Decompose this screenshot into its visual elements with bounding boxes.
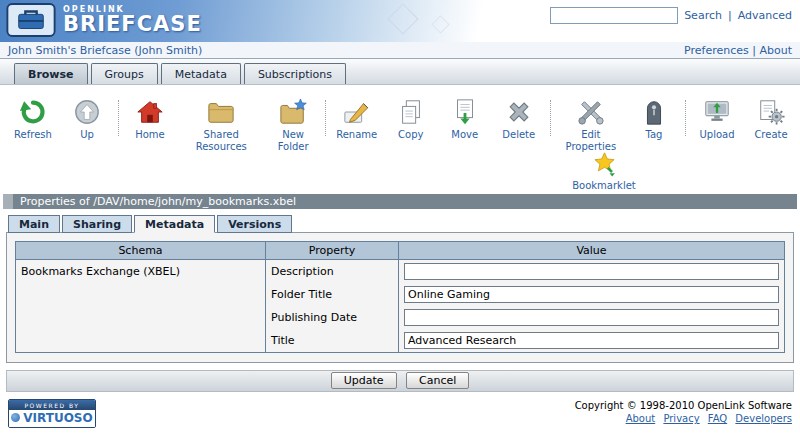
description-input[interactable] [404, 263, 779, 280]
upload-icon [690, 98, 744, 126]
user-bar: John Smith's Briefcase (John Smith) Pref… [0, 42, 800, 59]
metadata-panel: Schema Property Value Bookmarks Exchange… [6, 232, 794, 363]
tab-subscriptions[interactable]: Subscriptions [244, 63, 346, 84]
app-header: OPENLINK BRIEFCASE Search | Advanced [0, 0, 800, 42]
subtab-versions[interactable]: Versions [217, 215, 292, 233]
shared-resources-icon [177, 98, 265, 126]
hexagon-decoration [431, 15, 449, 33]
schema-cell [16, 283, 266, 306]
up-icon [60, 98, 114, 126]
form-actions-bar: Update Cancel [6, 370, 794, 392]
create-icon [744, 98, 798, 126]
advanced-search-link[interactable]: Advanced [738, 9, 792, 22]
refresh-icon [6, 98, 60, 126]
schema-cell: Bookmarks Exchange (XBEL) [16, 259, 266, 283]
column-header-schema: Schema [16, 241, 266, 259]
property-cell: Description [266, 259, 399, 283]
edit-properties-icon [555, 98, 627, 126]
schema-cell [16, 329, 266, 353]
toolbar-item-label: Move [438, 129, 492, 141]
delete-icon [492, 98, 546, 126]
search-link[interactable]: Search [684, 9, 722, 22]
table-row: Bookmarks Exchange (XBEL) Description [16, 259, 785, 283]
logo-text: OPENLINK BRIEFCASE [63, 5, 202, 35]
toolbar-item-up[interactable]: Up [60, 98, 114, 141]
table-row: Folder Title [16, 283, 785, 306]
tab-groups[interactable]: Groups [91, 63, 158, 84]
toolbar-item-rename[interactable]: Rename [330, 98, 384, 141]
openlink-logo[interactable]: OPENLINK BRIEFCASE [0, 0, 340, 37]
virtuoso-brand-text: VIRTUOSO [23, 411, 92, 425]
toolbar-item-edit-properties[interactable]: Edit Properties [555, 98, 627, 152]
rename-icon [330, 98, 384, 126]
briefcase-logo-icon [6, 3, 56, 37]
cancel-button[interactable]: Cancel [406, 372, 469, 389]
toolbar-item-label: Upload [690, 129, 744, 141]
briefcase-app: OPENLINK BRIEFCASE Search | Advanced Joh… [0, 0, 800, 428]
subtab-sharing[interactable]: Sharing [62, 215, 132, 233]
footer-link-privacy[interactable]: Privacy [663, 413, 699, 424]
table-header-row: Schema Property Value [16, 241, 785, 259]
footer-link-developers[interactable]: Developers [735, 413, 792, 424]
property-tabs: Main Sharing Metadata Versions [8, 215, 800, 233]
footer-link-faq[interactable]: FAQ [708, 413, 727, 424]
search-input[interactable] [550, 7, 678, 24]
toolbar-item-new-folder[interactable]: New Folder [265, 98, 320, 152]
tab-browse[interactable]: Browse [14, 63, 88, 84]
user-bar-links: Preferences | About [684, 44, 792, 57]
about-link[interactable]: About [759, 44, 792, 57]
property-cell: Title [266, 329, 399, 353]
table-row: Title [16, 329, 785, 353]
hexagon-decoration [387, 3, 418, 34]
tab-metadata[interactable]: Metadata [161, 63, 241, 84]
user-breadcrumb-link[interactable]: John Smith's Briefcase (John Smith) [8, 44, 202, 57]
toolbar-item-label: Edit Properties [555, 129, 627, 152]
link-divider: | [752, 44, 756, 57]
toolbar-item-label: Delete [492, 129, 546, 141]
copyright-text: Copyright © 1998-2010 OpenLink Software [575, 399, 792, 413]
toolbar-item-label: Rename [330, 129, 384, 141]
home-icon [123, 98, 177, 126]
update-button[interactable]: Update [331, 372, 397, 389]
copyright-block: Copyright © 1998-2010 OpenLink Software … [575, 399, 792, 426]
table-row: Publishing Date [16, 306, 785, 329]
toolbar-separator [550, 100, 551, 136]
bookmarklet-label: Bookmarklet [566, 180, 642, 192]
subtab-metadata[interactable]: Metadata [134, 215, 215, 233]
toolbar-item-label: Tag [627, 129, 681, 141]
virtuoso-badge[interactable]: POWERED BY VIRTUOSO [8, 399, 96, 428]
toolbar-item-home[interactable]: Home [123, 98, 177, 141]
toolbar-item-create[interactable]: Create [744, 98, 798, 141]
publishing-date-input[interactable] [404, 309, 779, 326]
toolbar-item-upload[interactable]: Upload [690, 98, 744, 141]
schema-cell [16, 306, 266, 329]
title-input[interactable] [404, 332, 779, 349]
toolbar-item-label: Up [60, 129, 114, 141]
toolbar-item-tag[interactable]: Tag [627, 98, 681, 141]
tag-icon [627, 98, 681, 126]
move-icon [438, 98, 492, 126]
toolbar-item-shared-resources[interactable]: Shared Resources [177, 98, 265, 152]
toolbar-separator [685, 100, 686, 136]
toolbar-item-delete[interactable]: Delete [492, 98, 546, 141]
link-divider: | [728, 9, 732, 22]
preferences-link[interactable]: Preferences [684, 44, 749, 57]
properties-table: Schema Property Value Bookmarks Exchange… [15, 241, 785, 353]
toolbar-item-copy[interactable]: Copy [384, 98, 438, 141]
virtuoso-brand: VIRTUOSO [9, 410, 95, 427]
toolbar-item-label: New Folder [265, 129, 320, 152]
section-header-cap [3, 194, 13, 209]
toolbar-item-move[interactable]: Move [438, 98, 492, 141]
virtuoso-logo-icon [11, 413, 20, 422]
folder-title-input[interactable] [404, 286, 779, 303]
subtab-main[interactable]: Main [8, 215, 60, 233]
toolbar-separator [325, 100, 326, 136]
toolbar-item-refresh[interactable]: Refresh [6, 98, 60, 141]
bookmarklet-button[interactable]: Bookmarklet [566, 152, 642, 192]
column-header-value: Value [399, 241, 785, 259]
property-cell: Folder Title [266, 283, 399, 306]
property-cell: Publishing Date [266, 306, 399, 329]
powered-by-text: POWERED BY [9, 400, 95, 410]
footer-link-about[interactable]: About [626, 413, 656, 424]
main-tabs: Browse Groups Metadata Subscriptions [0, 59, 800, 85]
